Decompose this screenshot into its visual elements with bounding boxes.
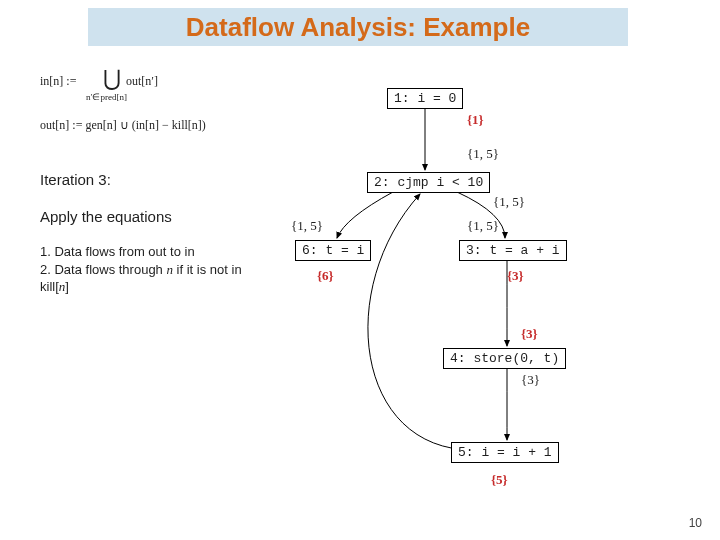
node-1: 1: i = 0 — [387, 88, 463, 109]
set-out-2: {1, 5} — [493, 194, 525, 210]
set-out-5: {5} — [491, 472, 508, 488]
node-6: 6: t = i — [295, 240, 371, 261]
node-2: 2: cjmp i < 10 — [367, 172, 490, 193]
slide-title: Dataflow Analysis: Example — [88, 8, 628, 46]
step-list: 1. Data flows from out to in 2. Data flo… — [40, 243, 265, 296]
step-1: 1. Data flows from out to in — [40, 243, 265, 261]
set-out-4: {3} — [521, 372, 540, 388]
set-in-3: {1, 5} — [467, 218, 499, 234]
step-2: 2. Data flows through n if it is not in … — [40, 261, 265, 296]
node-5: 5: i = i + 1 — [451, 442, 559, 463]
set-in-6: {1, 5} — [291, 218, 323, 234]
node-3: 3: t = a + i — [459, 240, 567, 261]
page-number: 10 — [689, 516, 702, 530]
set-in-4: {3} — [521, 326, 538, 342]
set-in-2: {1, 5} — [467, 146, 499, 162]
left-column: in[n] := ⋃ out[n′] n′∈pred[n] out[n] := … — [40, 70, 265, 296]
equation-in-sub: n′∈pred[n] — [86, 92, 127, 102]
flow-diagram: 1: i = 0 2: cjmp i < 10 6: t = i 3: t = … — [275, 88, 685, 518]
set-out-6: {6} — [317, 268, 334, 284]
set-after-1: {1} — [467, 112, 484, 128]
slide-title-band: Dataflow Analysis: Example — [88, 8, 628, 46]
node-4: 4: store(0, t) — [443, 348, 566, 369]
equation-in: in[n] := ⋃ out[n′] n′∈pred[n] — [40, 70, 265, 100]
apply-label: Apply the equations — [40, 208, 265, 225]
equation-out: out[n] := gen[n] ∪ (in[n] − kill[n]) — [40, 118, 265, 133]
set-out-3: {3} — [507, 268, 524, 284]
iteration-label: Iteration 3: — [40, 171, 265, 188]
